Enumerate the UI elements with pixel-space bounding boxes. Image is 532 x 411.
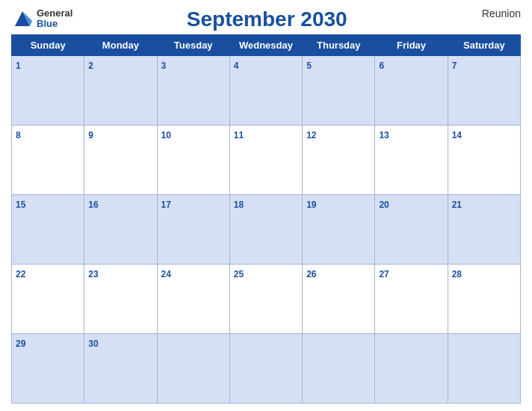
day-number: 11 — [234, 130, 244, 140]
day-number: 30 — [88, 339, 98, 349]
calendar-cell: 12 — [303, 126, 375, 195]
calendar-cell: 6 — [375, 56, 448, 126]
calendar-cell: 7 — [448, 56, 520, 126]
calendar-cell: 29 — [12, 334, 84, 404]
calendar-cell: 28 — [448, 265, 520, 334]
day-number: 6 — [379, 61, 384, 71]
weekday-header-row: Sunday Monday Tuesday Wednesday Thursday… — [12, 35, 521, 56]
calendar-row-3: 15161718192021 — [12, 195, 521, 265]
day-number: 9 — [88, 130, 93, 140]
day-number: 8 — [16, 130, 21, 140]
day-number: 2 — [88, 61, 93, 71]
day-number: 10 — [161, 130, 171, 140]
header-tuesday: Tuesday — [157, 35, 229, 56]
day-number: 5 — [306, 61, 312, 71]
day-number: 12 — [306, 130, 316, 140]
calendar-table: Sunday Monday Tuesday Wednesday Thursday… — [11, 34, 521, 404]
day-number: 21 — [452, 200, 462, 210]
calendar-cell — [229, 334, 302, 404]
calendar-cell: 10 — [157, 126, 229, 195]
calendar-cell: 23 — [84, 265, 157, 334]
top-bar: General Blue September 2030 Reunion — [11, 7, 521, 31]
calendar-cell: 2 — [84, 56, 157, 126]
calendar-title: September 2030 — [72, 7, 461, 31]
header-sunday: Sunday — [12, 35, 84, 56]
calendar-cell: 25 — [229, 265, 302, 334]
calendar-cell: 21 — [448, 195, 520, 265]
calendar-cell: 22 — [12, 265, 84, 334]
day-number: 3 — [161, 61, 167, 71]
calendar-cell: 20 — [375, 195, 448, 265]
calendar-row-4: 22232425262728 — [12, 265, 521, 334]
calendar-cell: 16 — [84, 195, 157, 265]
calendar-cell: 5 — [303, 56, 375, 126]
calendar-cell: 17 — [157, 195, 229, 265]
header-friday: Friday — [375, 35, 448, 56]
logo-general: General — [37, 8, 72, 19]
calendar-cell — [448, 334, 520, 404]
header-thursday: Thursday — [303, 35, 375, 56]
day-number: 18 — [234, 200, 244, 210]
calendar-cell: 19 — [303, 195, 375, 265]
day-number: 4 — [234, 61, 239, 71]
calendar-cell: 14 — [448, 126, 520, 195]
day-number: 20 — [379, 200, 389, 210]
calendar-cell — [157, 334, 229, 404]
calendar-cell — [303, 334, 375, 404]
calendar-row-2: 891011121314 — [12, 126, 521, 195]
region-label: Reunion — [461, 7, 521, 19]
day-number: 7 — [452, 61, 457, 71]
day-number: 19 — [306, 200, 316, 210]
calendar-cell: 13 — [375, 126, 448, 195]
calendar-cell: 18 — [229, 195, 302, 265]
calendar-cell: 27 — [375, 265, 448, 334]
day-number: 24 — [161, 269, 171, 279]
calendar-row-5: 2930 — [12, 334, 521, 404]
day-number: 14 — [452, 130, 462, 140]
calendar-cell: 30 — [84, 334, 157, 404]
logo-text: General Blue — [37, 8, 72, 30]
day-number: 1 — [16, 61, 21, 71]
generalblue-logo-icon — [11, 7, 34, 30]
header-wednesday: Wednesday — [229, 35, 302, 56]
calendar-cell: 4 — [229, 56, 302, 126]
header-saturday: Saturday — [448, 35, 520, 56]
calendar-cell: 3 — [157, 56, 229, 126]
day-number: 26 — [306, 269, 316, 279]
day-number: 13 — [379, 130, 389, 140]
day-number: 22 — [16, 269, 25, 279]
calendar-cell: 15 — [12, 195, 84, 265]
logo-blue: Blue — [37, 19, 72, 29]
calendar-cell: 26 — [303, 265, 375, 334]
day-number: 29 — [16, 339, 25, 349]
logo: General Blue — [11, 7, 72, 30]
header-monday: Monday — [84, 35, 157, 56]
calendar-cell: 1 — [12, 56, 84, 126]
calendar-cell: 11 — [229, 126, 302, 195]
day-number: 16 — [88, 200, 98, 210]
day-number: 23 — [88, 269, 98, 279]
day-number: 15 — [16, 200, 25, 210]
calendar-cell — [375, 334, 448, 404]
calendar-row-1: 1234567 — [12, 56, 521, 126]
day-number: 17 — [161, 200, 171, 210]
day-number: 28 — [452, 269, 462, 279]
day-number: 27 — [379, 269, 389, 279]
day-number: 25 — [234, 269, 244, 279]
calendar-cell: 9 — [84, 126, 157, 195]
calendar-cell: 8 — [12, 126, 84, 195]
calendar-cell: 24 — [157, 265, 229, 334]
